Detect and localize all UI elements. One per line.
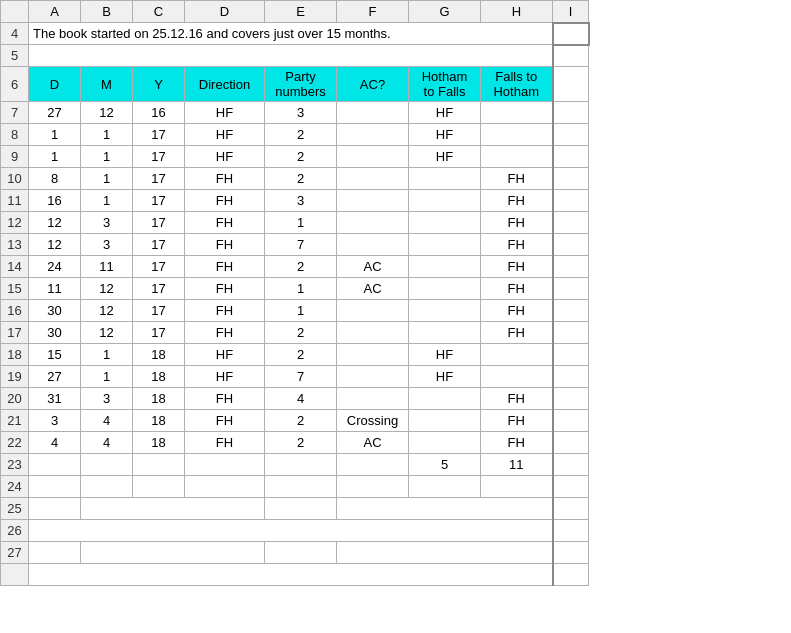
table-row: 12 12 3 17 FH 1 FH	[1, 212, 589, 234]
info-cell: The book started on 25.12.16 and covers …	[29, 23, 553, 45]
row-num: 7	[1, 102, 29, 124]
header-falls-hotham: Falls to Hotham	[481, 67, 553, 102]
table-row	[1, 564, 589, 586]
table-row: 9 1 1 17 HF 2 HF	[1, 146, 589, 168]
col-header-g: G	[409, 1, 481, 23]
col-header-f: F	[337, 1, 409, 23]
col-header-row: A B C D E F G H I	[1, 1, 589, 23]
cell-a: 27	[29, 102, 81, 124]
cell-f	[337, 102, 409, 124]
col-i-cell	[553, 45, 589, 67]
table-row: 21 3 4 18 FH 2 Crossing FH	[1, 410, 589, 432]
col-header-i: I	[553, 1, 589, 23]
col-header-e: E	[265, 1, 337, 23]
cell-g: HF	[409, 102, 481, 124]
cell-b: 12	[81, 102, 133, 124]
row-num: 4	[1, 23, 29, 45]
empty-cell	[29, 45, 553, 67]
table-row: 23 5 11	[1, 454, 589, 476]
col-header-d: D	[185, 1, 265, 23]
col-header-c: C	[133, 1, 185, 23]
header-row: 6 D M Y Direction Party numbers AC? Hoth…	[1, 67, 589, 102]
table-row: 15 11 12 17 FH 1 AC FH	[1, 278, 589, 300]
header-hotham-falls: Hotham to Falls	[409, 67, 481, 102]
cell-h	[481, 102, 553, 124]
table-row: 4 The book started on 25.12.16 and cover…	[1, 23, 589, 45]
table-row: 16 30 12 17 FH 1 FH	[1, 300, 589, 322]
table-row: 10 8 1 17 FH 2 FH	[1, 168, 589, 190]
table-row: 14 24 11 17 FH 2 AC FH	[1, 256, 589, 278]
table-row: 13 12 3 17 FH 7 FH	[1, 234, 589, 256]
header-d: D	[29, 67, 81, 102]
header-y: Y	[133, 67, 185, 102]
header-ac: AC?	[337, 67, 409, 102]
spreadsheet: A B C D E F G H I 4 The book started on …	[0, 0, 590, 586]
cell-d: HF	[185, 102, 265, 124]
table-row: 18 15 1 18 HF 2 HF	[1, 344, 589, 366]
summary-row-year: 27	[1, 542, 589, 564]
cell-e: 3	[265, 102, 337, 124]
col-i-cell	[553, 102, 589, 124]
col-i-cell	[553, 67, 589, 102]
table-row: 17 30 12 17 FH 2 FH	[1, 322, 589, 344]
table-row: 7 27 12 16 HF 3 HF	[1, 102, 589, 124]
table-row: 5	[1, 45, 589, 67]
table-row: 22 4 4 18 FH 2 AC FH	[1, 432, 589, 454]
table-row: 8 1 1 17 HF 2 HF	[1, 124, 589, 146]
table-row: 20 31 3 18 FH 4 FH	[1, 388, 589, 410]
header-m: M	[81, 67, 133, 102]
table-row: 11 16 1 17 FH 3 FH	[1, 190, 589, 212]
table-row: 26	[1, 520, 589, 542]
col-header-h: H	[481, 1, 553, 23]
corner-cell	[1, 1, 29, 23]
row-num: 5	[1, 45, 29, 67]
row-num: 8	[1, 124, 29, 146]
summary-row-15months: 25	[1, 498, 589, 520]
row-num: 6	[1, 67, 29, 102]
col-header-a: A	[29, 1, 81, 23]
header-party-numbers: Party numbers	[265, 67, 337, 102]
col-header-b: B	[81, 1, 133, 23]
table-row: 24	[1, 476, 589, 498]
header-direction: Direction	[185, 67, 265, 102]
table-row: 19 27 1 18 HF 7 HF	[1, 366, 589, 388]
cell-c: 16	[133, 102, 185, 124]
col-i-cell	[553, 23, 589, 45]
